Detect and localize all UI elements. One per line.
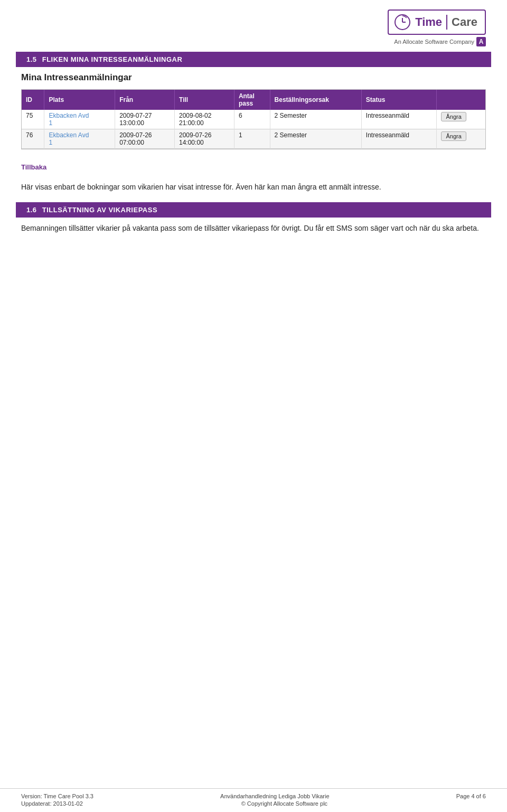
logo-care: Care [452, 15, 477, 29]
footer: Version: Time Care Pool 3.3 Användarhand… [0, 788, 507, 812]
plats-link-1[interactable]: Ekbacken Avd1 [49, 112, 89, 127]
footer-page: Page 4 of 6 [456, 793, 486, 799]
section-16-content: Bemanningen tillsätter vikarier på vakan… [0, 223, 507, 234]
col-bestallning: Beställningsorsak [270, 90, 361, 110]
section-16-text: Bemanningen tillsätter vikarier på vakan… [21, 223, 486, 234]
allocate-line: An Allocate Software Company A [388, 37, 486, 46]
cell-till-1: 2009-08-0221:00:00 [175, 110, 234, 129]
table-row: 75 Ekbacken Avd1 2009-07-2713:00:00 2009… [22, 110, 485, 129]
plats-link-2[interactable]: Ekbacken Avd1 [49, 131, 89, 146]
table-row: 76 Ekbacken Avd1 2009-07-2607:00:00 2009… [22, 129, 485, 149]
allocate-icon: A [476, 37, 486, 46]
section-15-title: Fliken Mina intresseanmälningar [42, 55, 183, 63]
logo-separator [446, 15, 447, 30]
section-16-header: 1.6 Tillsättning av vikariepass [16, 202, 491, 218]
cell-antal-2: 1 [234, 129, 270, 149]
cell-plats-2: Ekbacken Avd1 [44, 129, 115, 149]
cell-fran-2: 2009-07-2607:00:00 [115, 129, 175, 149]
col-status: Status [361, 90, 437, 110]
col-till: Till [175, 90, 234, 110]
section-16-title: Tillsättning av vikariepass [42, 206, 157, 214]
interest-table-wrapper: ID Plats Från Till Antalpass Beställning… [21, 89, 486, 149]
clock-icon [394, 14, 411, 31]
footer-row-1: Version: Time Care Pool 3.3 Användarhand… [21, 793, 486, 799]
cell-status-1: Intresseanmäld [361, 110, 437, 129]
cell-action-2: Ångra [437, 129, 485, 149]
cell-bestallning-2: 2 Semester [270, 129, 361, 149]
col-plats: Plats [44, 90, 115, 110]
header: Time Care An Allocate Software Company A [0, 0, 507, 52]
cell-id-1: 75 [22, 110, 44, 129]
angra-button-2[interactable]: Ångra [441, 131, 466, 141]
tab-title: Mina Intresseanmälningar [21, 72, 486, 83]
tillbaka-link[interactable]: Tillbaka [21, 163, 46, 171]
cell-fran-1: 2009-07-2713:00:00 [115, 110, 175, 129]
section-15-text: Här visas enbart de bokningar som vikari… [21, 182, 486, 193]
section-15-header: 1.5 Fliken Mina intresseanmälningar [16, 52, 491, 67]
footer-updated: Uppdaterat: 2013-01-02 [21, 800, 83, 807]
cell-id-2: 76 [22, 129, 44, 149]
footer-version: Version: Time Care Pool 3.3 [21, 793, 93, 799]
cell-plats-1: Ekbacken Avd1 [44, 110, 115, 129]
allocate-text: An Allocate Software Company [394, 39, 474, 45]
section-15-number: 1.5 [26, 55, 37, 63]
col-action [437, 90, 485, 110]
logo-area: Time Care An Allocate Software Company A [388, 10, 486, 46]
cell-action-1: Ångra [437, 110, 485, 129]
col-id: ID [22, 90, 44, 110]
section-15-content: Mina Intresseanmälningar ID Plats Från T… [0, 72, 507, 193]
cell-antal-1: 6 [234, 110, 270, 129]
logo-box: Time Care [388, 10, 486, 35]
cell-till-2: 2009-07-2614:00:00 [175, 129, 234, 149]
cell-bestallning-1: 2 Semester [270, 110, 361, 129]
footer-row-2: Uppdaterat: 2013-01-02 © Copyright Alloc… [21, 800, 486, 807]
cell-status-2: Intresseanmäld [361, 129, 437, 149]
angra-button-1[interactable]: Ångra [441, 112, 466, 121]
interest-table: ID Plats Från Till Antalpass Beställning… [22, 90, 485, 149]
table-header-row: ID Plats Från Till Antalpass Beställning… [22, 90, 485, 110]
col-fran: Från [115, 90, 175, 110]
col-antal: Antalpass [234, 90, 270, 110]
section-16-number: 1.6 [26, 206, 37, 214]
footer-center-title: Användarhandledning Lediga Jobb Vikarie [220, 793, 330, 799]
footer-copyright: © Copyright Allocate Software plc [241, 800, 327, 807]
logo-time: Time [415, 15, 442, 29]
